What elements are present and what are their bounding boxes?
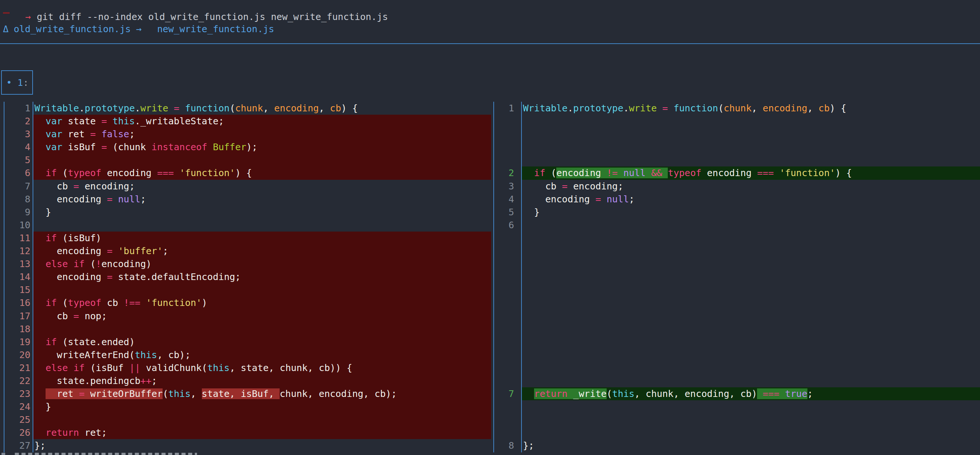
code-token: [523, 388, 534, 399]
code-token: encoding: [274, 103, 318, 114]
diff-row: 17 cb = nop;: [0, 310, 980, 323]
code-token: =: [107, 271, 113, 282]
code-token: =: [91, 129, 96, 140]
code-line: cb = nop;: [33, 310, 491, 323]
code-token: [668, 103, 673, 114]
code-token: (: [85, 258, 96, 269]
diff-row: 7 cb = encoding;3 cb = encoding;: [0, 180, 980, 193]
code-token: ,: [807, 103, 819, 114]
diff-row: 12 encoding = 'buffer';: [0, 244, 980, 257]
code-token: prototype: [84, 103, 134, 114]
code-token: [35, 129, 46, 140]
diff-row: 1Writable.prototype.write = function(chu…: [0, 102, 980, 115]
diff-row: 106: [0, 219, 980, 231]
code-token: encoding: [763, 103, 807, 114]
code-token: if: [46, 233, 57, 243]
code-token: [113, 194, 118, 205]
code-token: ||: [129, 363, 140, 373]
code-token: ===: [157, 168, 174, 178]
old-filename: old_write_function.js: [14, 24, 131, 35]
code-token: [179, 103, 185, 114]
code-token: &&: [651, 168, 662, 178]
code-token: (: [718, 103, 724, 114]
code-token: var: [46, 116, 62, 127]
code-token: this: [612, 388, 635, 399]
code-token: encoding: [102, 168, 158, 178]
code-token: var: [46, 129, 62, 140]
line-number: 2: [493, 166, 514, 179]
code-token: [35, 297, 46, 308]
diff-row: 21 else if (isBuf || validChunk(this, st…: [0, 361, 980, 374]
file-header: Δ old_write_function.js → new_write_func…: [3, 24, 274, 35]
code-token: =: [174, 103, 179, 114]
command-text: git diff --no-index old_write_function.j…: [37, 11, 388, 22]
delta-icon: Δ: [3, 24, 8, 35]
line-number: 8: [0, 193, 30, 206]
code-token: false: [102, 129, 129, 140]
code-token: encoding;: [567, 181, 623, 192]
code-line: }: [522, 206, 980, 219]
diff-row: 14 encoding = state.defaultEncoding;: [0, 270, 980, 283]
code-token: , state, chunk, cb)) {: [230, 363, 352, 373]
diff-row: 25: [0, 413, 980, 426]
code-line: return _write(this, chunk, encoding, cb)…: [522, 387, 980, 400]
diff-row: 26 return ret;: [0, 426, 980, 439]
line-number: 8: [493, 439, 514, 452]
code-token: chunk: [235, 103, 263, 114]
diff-row: 24 }: [0, 400, 980, 413]
code-token: [618, 168, 623, 178]
code-token: writeOrBuffer: [84, 388, 162, 399]
code-token: if: [46, 337, 57, 347]
diff-row: 3 var ret = false;: [0, 128, 980, 141]
line-number: 27: [0, 439, 30, 452]
code-token: cb: [330, 103, 341, 114]
line-number: 6: [493, 219, 514, 231]
code-token: true: [785, 388, 807, 399]
code-token: Buffer: [213, 142, 246, 152]
code-token: 'buffer': [118, 246, 162, 256]
code-token: if: [46, 297, 57, 308]
code-token: chunk: [724, 103, 751, 114]
clipped-prompt-fragment: [2, 453, 5, 455]
code-token: [35, 258, 46, 269]
code-token: cb: [819, 103, 830, 114]
code-token: ===: [757, 168, 774, 178]
code-line: };: [522, 439, 980, 452]
code-line: if (isBuf): [33, 231, 491, 244]
code-token: ,: [751, 103, 763, 114]
code-token: [35, 337, 46, 347]
code-token: [35, 363, 46, 373]
hunk-label: 1:: [18, 77, 29, 88]
code-line: [522, 219, 980, 231]
line-number: 10: [0, 219, 30, 231]
diff-row: 5: [0, 154, 980, 166]
code-token: (isBuf: [85, 363, 129, 373]
code-token: (state.ended): [57, 337, 135, 347]
code-line: cb = encoding;: [33, 180, 491, 193]
code-token: if: [73, 363, 84, 373]
code-line: var ret = false;: [33, 128, 491, 141]
code-token: =: [562, 181, 567, 192]
code-line: [33, 323, 491, 336]
code-token: ,: [190, 388, 202, 399]
code-token: [35, 168, 46, 178]
code-line: }: [33, 400, 491, 413]
diff-row: 27};8};: [0, 439, 980, 452]
line-number: 6: [0, 166, 30, 179]
code-token: ===: [763, 388, 779, 399]
code-token: ;: [162, 246, 168, 256]
code-token: .: [567, 103, 573, 114]
code-token: =: [107, 246, 113, 256]
code-token: ,: [263, 103, 274, 114]
code-token: [35, 427, 46, 438]
code-token: ++: [140, 376, 151, 386]
rename-arrow-icon: →: [136, 24, 142, 35]
right-gutter-line: [493, 102, 494, 452]
diff-row: 18: [0, 323, 980, 336]
code-line: if (typeof encoding === 'function') {: [33, 166, 491, 179]
code-token: ;: [129, 129, 135, 140]
code-token: (: [230, 103, 235, 114]
code-token: (: [57, 168, 68, 178]
code-line: writeAfterEnd(this, cb);: [33, 349, 491, 361]
new-filename: new_write_function.js: [157, 24, 274, 35]
